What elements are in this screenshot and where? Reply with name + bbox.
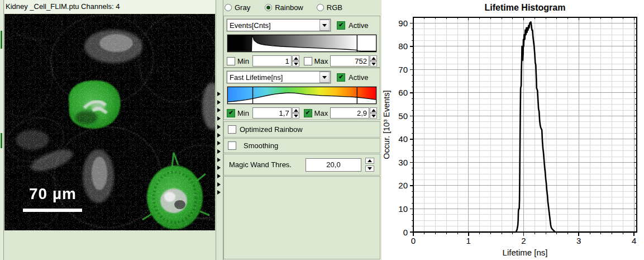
- lifetime-min-checkbox[interactable]: [227, 109, 235, 117]
- control-panel: GrayRainbowRGB Events[Cnts] Active Min: [223, 0, 381, 260]
- expand-arrow-icon[interactable]: [217, 141, 221, 145]
- expand-arrow-icon[interactable]: [217, 174, 221, 178]
- optimized-rainbow-section: Optimized Rainbow: [223, 121, 380, 138]
- smoothing-label: Smoothing: [244, 141, 278, 150]
- magic-wand-label: Magic Wand Thres.: [229, 160, 292, 169]
- spin-down-button[interactable]: [292, 61, 299, 67]
- lifetime-min-spinner: [292, 107, 299, 119]
- lifetime-active-label: Active: [349, 73, 368, 82]
- intensity-min-checkbox[interactable]: [227, 57, 235, 65]
- spin-up-button[interactable]: [292, 55, 299, 61]
- intensity-max-spinner: [370, 55, 377, 67]
- intensity-channel-select[interactable]: Events[Cnts]: [227, 19, 331, 31]
- lifetime-max-input[interactable]: [330, 107, 369, 119]
- y-axis-label: Occur. [10³ Events]: [382, 90, 391, 159]
- smoothing-section: Smoothing: [223, 138, 380, 153]
- lifetime-min-input[interactable]: [252, 107, 292, 119]
- lifetime-channel-select[interactable]: Fast Lifetime[ns]: [227, 71, 331, 83]
- spin-down-button[interactable]: [365, 166, 374, 172]
- expand-arrow-icon[interactable]: [217, 182, 221, 187]
- color-mode-rgb[interactable]: RGB: [317, 3, 342, 12]
- y-tick-label: 70: [398, 65, 408, 74]
- spin-up-button[interactable]: [365, 158, 374, 164]
- expand-arrow-icon[interactable]: [217, 100, 221, 105]
- expand-arrow-icon[interactable]: [217, 92, 221, 96]
- intensity-channel-value: Events[Cnts]: [227, 21, 319, 30]
- spin-down-button[interactable]: [370, 61, 377, 67]
- checkbox-icon[interactable]: [337, 73, 345, 82]
- dropdown-arrow-icon[interactable]: [319, 20, 330, 31]
- spin-up-button[interactable]: [370, 107, 377, 113]
- splitter-grip[interactable]: [1, 133, 2, 148]
- expand-arrow-icon[interactable]: [217, 190, 221, 195]
- checkbox-icon[interactable]: [228, 125, 236, 134]
- magic-wand-section: Magic Wand Thres.: [223, 154, 380, 176]
- y-tick-label: 0: [403, 228, 408, 237]
- intensity-section: Events[Cnts] Active Min Max: [223, 16, 380, 68]
- spin-up-button[interactable]: [370, 55, 377, 61]
- image-title: Kidney _Cell_FLIM.ptu Channels: 4: [4, 0, 216, 13]
- spin-down-button[interactable]: [370, 113, 377, 119]
- lifetime-histogram-bar[interactable]: [227, 87, 376, 104]
- intensity-max-checkbox[interactable]: [304, 57, 312, 65]
- lifetime-histogram-chart: 010203040506070809001234Lifetime [ns]Occ…: [381, 0, 644, 260]
- lifetime-section: Fast Lifetime[ns] Active Min Max: [223, 68, 380, 120]
- intensity-max-input[interactable]: [330, 55, 369, 67]
- checkbox-icon[interactable]: [337, 21, 345, 30]
- spin-up-button[interactable]: [292, 107, 299, 113]
- y-tick-label: 40: [398, 134, 408, 144]
- left-splitter[interactable]: [0, 0, 4, 260]
- x-tick-label: 0: [411, 236, 416, 245]
- lifetime-max-label: Max: [314, 109, 330, 117]
- scale-bar-line: [23, 209, 82, 212]
- intensity-active-checkbox[interactable]: Active: [337, 21, 368, 30]
- magic-wand-input[interactable]: [306, 158, 361, 172]
- expander-strip: [216, 0, 223, 260]
- y-tick-label: 60: [398, 88, 408, 97]
- lifetime-max-spinner: [370, 107, 377, 119]
- splitter-grip[interactable]: [1, 31, 2, 49]
- intensity-min-input[interactable]: [252, 55, 292, 67]
- flim-image[interactable]: 70 µm: [4, 14, 215, 230]
- intensity-histogram-bar[interactable]: [227, 35, 376, 52]
- x-tick-label: 1: [466, 236, 471, 245]
- y-tick-label: 80: [398, 41, 408, 51]
- lifetime-histogram-curve: [228, 87, 376, 103]
- smoothing-checkbox[interactable]: Smoothing: [224, 139, 380, 153]
- optimized-rainbow-label: Optimized Rainbow: [240, 125, 303, 134]
- scale-bar-label: 70 µm: [29, 185, 77, 203]
- intensity-histogram-curve: [228, 35, 376, 51]
- expand-arrow-icon[interactable]: [217, 133, 221, 138]
- radio-icon[interactable]: [265, 4, 272, 11]
- radio-label: Gray: [235, 3, 250, 12]
- spin-down-button[interactable]: [292, 113, 299, 119]
- radio-icon[interactable]: [225, 4, 232, 11]
- magic-wand-spinner: [365, 158, 374, 172]
- intensity-max-label: Max: [314, 57, 330, 65]
- checkbox-icon[interactable]: [228, 141, 236, 150]
- optimized-rainbow-checkbox[interactable]: Optimized Rainbow: [224, 122, 380, 137]
- intensity-min-spinner: [292, 55, 299, 67]
- radio-icon[interactable]: [317, 4, 324, 11]
- app-root: { "window": { "title": "Kidney _Cell_FLI…: [0, 0, 644, 260]
- expand-arrow-icon[interactable]: [217, 149, 221, 154]
- radio-label: Rainbow: [275, 3, 303, 12]
- dropdown-arrow-icon[interactable]: [319, 72, 330, 83]
- lifetime-channel-value: Fast Lifetime[ns]: [227, 73, 319, 82]
- lifetime-max-checkbox[interactable]: [304, 109, 312, 117]
- intensity-min-label: Min: [237, 57, 252, 65]
- lifetime-active-checkbox[interactable]: Active: [337, 73, 368, 82]
- radio-label: RGB: [327, 3, 342, 12]
- expand-arrow-icon[interactable]: [217, 108, 221, 112]
- empty-section: [223, 176, 380, 259]
- expand-arrow-icon[interactable]: [217, 116, 221, 121]
- color-mode-radios: GrayRainbowRGB: [223, 2, 342, 13]
- color-mode-gray[interactable]: Gray: [225, 3, 250, 12]
- x-tick-label: 4: [632, 236, 636, 245]
- expand-arrow-icon[interactable]: [217, 125, 221, 129]
- y-tick-label: 10: [398, 204, 408, 214]
- expand-arrow-icon[interactable]: [217, 166, 221, 170]
- expand-arrow-icon[interactable]: [217, 158, 221, 162]
- x-axis-label: Lifetime [ns]: [503, 248, 548, 257]
- color-mode-rainbow[interactable]: Rainbow: [265, 3, 303, 12]
